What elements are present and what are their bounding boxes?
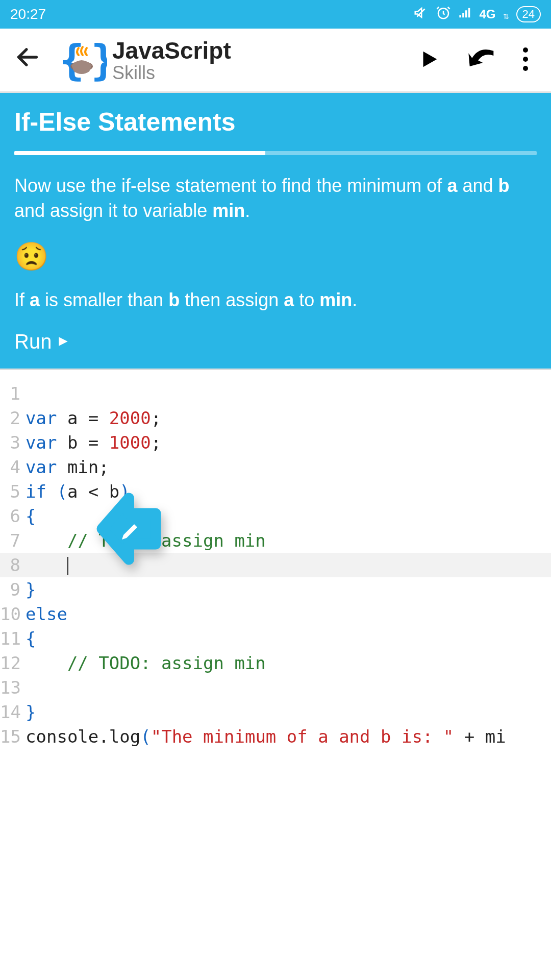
- line-number: 2: [0, 406, 26, 430]
- pun: {: [26, 506, 36, 526]
- op: =: [88, 408, 98, 428]
- status-time: 20:27: [10, 6, 46, 22]
- code-line[interactable]: var a = 2000;: [26, 406, 551, 430]
- code-line[interactable]: console.log("The minimum of a and b is: …: [26, 724, 551, 749]
- svg-point-7: [523, 57, 528, 62]
- svg-point-6: [523, 47, 528, 53]
- lesson-text-part: Now use the if-else statement to find th…: [14, 175, 447, 196]
- run-label: Run: [14, 330, 52, 353]
- hint-text-bold: b: [168, 289, 180, 310]
- id: console: [26, 726, 98, 747]
- code-line[interactable]: else: [26, 602, 551, 626]
- svg-text:}: }: [91, 36, 107, 84]
- pun: (: [46, 481, 67, 502]
- app-bar: { } JavaScript Skills: [0, 29, 551, 93]
- line-number: 11: [0, 626, 26, 651]
- mute-icon: [413, 5, 429, 24]
- hint-text-bold: a: [30, 289, 40, 310]
- num: 1000: [98, 432, 151, 453]
- play-button[interactable]: [404, 47, 454, 73]
- code-line[interactable]: }: [26, 577, 551, 602]
- edit-indicator-arrow-icon[interactable]: [87, 491, 163, 573]
- hint-text-part: If: [14, 289, 30, 310]
- line-number: 12: [0, 651, 26, 675]
- hint-text-bold: min: [319, 289, 352, 310]
- kw: if: [26, 481, 46, 502]
- lesson-prompt: Now use the if-else statement to find th…: [14, 174, 537, 223]
- line-number: 15: [0, 724, 26, 749]
- id: a: [57, 408, 88, 428]
- text-cursor: [67, 557, 68, 575]
- lesson-hint: If a is smaller than b then assign a to …: [14, 288, 537, 313]
- back-button[interactable]: [9, 42, 56, 78]
- code-line[interactable]: var b = 1000;: [26, 430, 551, 455]
- hint-text-bold: a: [284, 289, 294, 310]
- line-number: 10: [0, 602, 26, 626]
- semi: ;: [98, 457, 109, 477]
- num: 2000: [98, 408, 151, 428]
- line-number: 7: [0, 528, 26, 553]
- code-line[interactable]: {: [26, 626, 551, 651]
- id: log: [109, 726, 140, 747]
- code-line[interactable]: // TODO: assign min: [26, 651, 551, 675]
- semi: ;: [151, 432, 161, 453]
- pun: {: [26, 628, 36, 649]
- hint-text-part: .: [352, 289, 357, 310]
- more-button[interactable]: [509, 47, 542, 74]
- sad-emoji-icon: 😟: [14, 240, 537, 273]
- code-line[interactable]: [26, 675, 551, 700]
- network-arrows-icon: ⇅: [503, 12, 509, 20]
- line-number: 4: [0, 455, 26, 479]
- lesson-text-bold: a: [447, 175, 457, 196]
- code-line[interactable]: }: [26, 700, 551, 724]
- code-editor[interactable]: 1 2var a = 2000; 3var b = 1000; 4var min…: [0, 369, 551, 749]
- lesson-header: If-Else Statements Now use the if-else s…: [0, 93, 551, 369]
- status-bar: 20:27 4G ⇅ 24: [0, 0, 551, 29]
- undo-button[interactable]: [454, 47, 509, 73]
- line-number: 5: [0, 479, 26, 504]
- lesson-text-bold: b: [498, 175, 509, 196]
- semi: ;: [151, 408, 161, 428]
- code-line[interactable]: var min;: [26, 455, 551, 479]
- svg-text:{: {: [59, 36, 84, 84]
- line-number: 1: [0, 381, 26, 406]
- run-button[interactable]: Run: [14, 330, 537, 353]
- line-number: 14: [0, 700, 26, 724]
- app-title-block: JavaScript Skills: [112, 37, 404, 84]
- op: =: [88, 432, 98, 453]
- kw: var: [26, 457, 57, 477]
- play-small-icon: [57, 335, 70, 348]
- line-number: 8: [0, 553, 26, 577]
- lesson-text-part: and assign it to variable: [14, 200, 212, 221]
- lesson-text-bold: min: [212, 200, 245, 221]
- lesson-title: If-Else Statements: [14, 107, 537, 137]
- hint-text-part: then assign: [180, 289, 284, 310]
- hint-text-part: is smaller than: [40, 289, 168, 310]
- str: "The minimum of a and b is: ": [151, 726, 454, 747]
- pun: }: [26, 702, 36, 722]
- alarm-icon: [436, 5, 451, 24]
- hint-text-part: to: [294, 289, 319, 310]
- status-right: 4G ⇅ 24: [413, 5, 541, 24]
- kw: var: [26, 432, 57, 453]
- id: min: [57, 457, 98, 477]
- comment: // TODO: assign min: [26, 653, 266, 673]
- line-number: 3: [0, 430, 26, 455]
- lesson-text-part: .: [245, 200, 250, 221]
- signal-icon: [458, 6, 472, 23]
- line-number: 9: [0, 577, 26, 602]
- id: b: [57, 432, 88, 453]
- pun: }: [26, 579, 36, 600]
- code-line[interactable]: [26, 381, 551, 406]
- app-title: JavaScript: [112, 37, 404, 64]
- lesson-text-part: and: [457, 175, 498, 196]
- op: +: [454, 726, 485, 747]
- app-logo: { }: [56, 35, 107, 86]
- kw: else: [26, 604, 67, 624]
- network-label: 4G: [480, 7, 496, 21]
- id: a: [67, 481, 88, 502]
- dot: .: [98, 726, 109, 747]
- app-subtitle: Skills: [112, 62, 404, 84]
- progress-fill: [14, 151, 265, 155]
- battery-badge: 24: [516, 6, 541, 22]
